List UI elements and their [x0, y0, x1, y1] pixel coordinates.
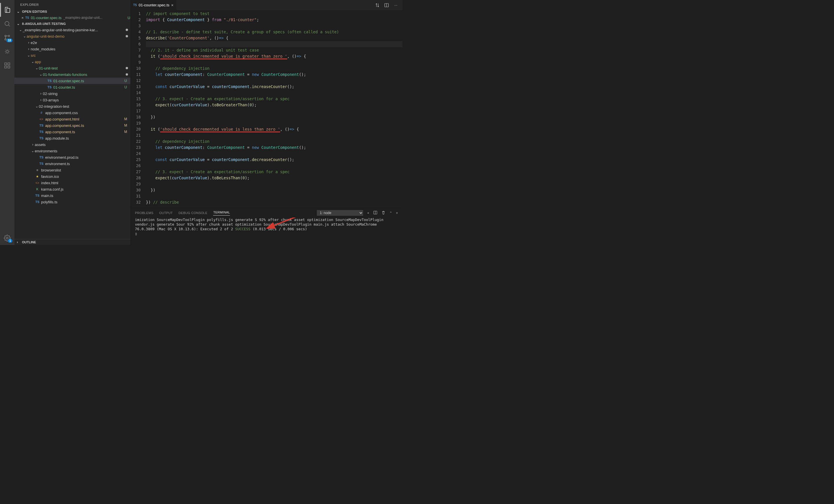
workspace-header[interactable]: ⌄ 8-ANGULAR-UNIT-TESTING	[15, 21, 130, 27]
file-item[interactable]: ★favicon.ico	[15, 173, 130, 180]
source-control-icon[interactable]: 18	[0, 31, 14, 45]
file-type-icon: #	[39, 111, 44, 114]
svg-point-2	[5, 39, 6, 40]
tab-problems[interactable]: PROBLEMS	[135, 211, 153, 215]
file-item[interactable]: TSapp.component.tsM	[15, 129, 130, 135]
chevron-down-icon: ⌄	[17, 9, 21, 14]
item-label: karma.conf.js	[41, 187, 128, 192]
svg-rect-7	[8, 66, 10, 68]
close-panel-icon[interactable]: ×	[396, 211, 398, 215]
new-terminal-icon[interactable]: +	[367, 211, 369, 215]
file-item[interactable]: #app.component.css	[15, 109, 130, 116]
file-type-icon: TS	[35, 200, 40, 204]
activity-bar: 18 1	[0, 0, 15, 245]
tab-output[interactable]: OUTPUT	[159, 211, 173, 215]
item-label: environment.prod.ts	[45, 155, 128, 160]
vcs-status: U	[123, 85, 128, 89]
split-terminal-icon[interactable]	[373, 211, 377, 215]
file-type-icon: TS	[47, 85, 52, 89]
dirty-dot-icon	[126, 35, 128, 37]
file-item[interactable]: ≡browserslist	[15, 167, 130, 173]
trash-icon[interactable]	[381, 211, 386, 215]
folder-item[interactable]: ⌄01-fundamentals-functions	[15, 71, 130, 78]
svg-point-9	[6, 237, 8, 239]
close-icon[interactable]: ×	[21, 16, 24, 20]
file-item[interactable]: <>app.component.htmlM	[15, 116, 130, 122]
file-item[interactable]: <>index.html	[15, 180, 130, 186]
folder-item[interactable]: ⌄_examples-angular-unit-testing-jasmine-…	[15, 27, 130, 33]
item-label: 02-string	[43, 91, 128, 96]
code-editor[interactable]: 1234567891011121314151617181920212223242…	[130, 10, 402, 208]
folder-item[interactable]: ⌄src	[15, 52, 130, 59]
item-label: app.component.css	[45, 111, 128, 115]
settings-gear-icon[interactable]: 1	[0, 231, 14, 245]
folder-item[interactable]: ⌄app	[15, 59, 130, 65]
file-item[interactable]: TSapp.module.ts	[15, 135, 130, 141]
file-item[interactable]: TSapp.component.spec.tsM	[15, 122, 130, 129]
tab-terminal[interactable]: TERMINAL	[213, 211, 230, 216]
open-editor-item[interactable]: × TS 01-counter.spec.ts _examples-angula…	[15, 15, 130, 21]
editor-tab[interactable]: TS 01-counter.spec.ts ×	[130, 0, 177, 10]
file-item[interactable]: TSenvironment.ts	[15, 160, 130, 167]
folder-item[interactable]: ›02-string	[15, 90, 130, 97]
folder-item[interactable]: ⌄02-integration-test	[15, 103, 130, 109]
more-icon[interactable]: ···	[393, 3, 398, 8]
item-label: environment.ts	[45, 162, 128, 166]
folder-item[interactable]: ›e2e	[15, 39, 130, 46]
split-editor-icon[interactable]	[384, 3, 389, 8]
chevron-down-icon: ⌄	[35, 104, 39, 108]
item-label: app.component.spec.ts	[45, 124, 123, 128]
folder-item[interactable]: ⌄environments	[15, 148, 130, 154]
code-content[interactable]: // import component to testimport { Coun…	[146, 10, 402, 208]
file-item[interactable]: TSenvironment.prod.ts	[15, 154, 130, 160]
close-icon[interactable]: ×	[171, 3, 173, 7]
open-editors-header[interactable]: ⌄ OPEN EDITORS	[15, 9, 130, 15]
file-item[interactable]: Kkarma.conf.js	[15, 186, 130, 192]
editor-area: TS 01-counter.spec.ts × ··· 123456789101…	[130, 0, 402, 245]
chevron-right-icon: ›	[31, 143, 35, 147]
file-tree: ⌄_examples-angular-unit-testing-jasmine-…	[15, 27, 130, 239]
file-item[interactable]: TSpolyfills.ts	[15, 199, 130, 205]
file-type-icon: TS	[39, 136, 44, 140]
terminal-text-2: (0.013 secs / 0.006 secs)	[250, 227, 307, 231]
file-type-icon: ★	[35, 175, 40, 178]
folder-item[interactable]: ›assets	[15, 141, 130, 148]
search-icon[interactable]	[0, 17, 14, 31]
item-label: environments	[35, 149, 128, 153]
chevron-down-icon: ⌄	[39, 72, 43, 76]
file-item[interactable]: TSmain.ts	[15, 192, 130, 199]
folder-item[interactable]: ⌄01-unit-test	[15, 65, 130, 71]
file-item[interactable]: TS01-counter.spec.tsU	[15, 78, 130, 84]
item-label: 01-counter.spec.ts	[53, 79, 123, 83]
file-type-icon: <>	[35, 181, 40, 184]
svg-rect-5	[5, 63, 7, 65]
item-label: 01-counter.ts	[53, 85, 123, 89]
debug-icon[interactable]	[0, 45, 14, 59]
item-label: polyfills.ts	[41, 200, 128, 204]
item-label: e2e	[31, 41, 128, 45]
terminal-selector[interactable]: 1: node	[317, 210, 363, 216]
file-item[interactable]: TS01-counter.tsU	[15, 84, 130, 90]
folder-item[interactable]: ›node_modules	[15, 46, 130, 52]
folder-item[interactable]: ›03-arrays	[15, 97, 130, 103]
folder-item[interactable]: ⌄angular-unit-test-demo	[15, 33, 130, 39]
file-type-icon: TS	[39, 156, 44, 159]
tab-debug-console[interactable]: DEBUG CONSOLE	[179, 211, 207, 215]
terminal-output[interactable]: imization SourceMapDevToolPlugin polyfil…	[130, 218, 402, 245]
item-label: node_modules	[31, 47, 128, 51]
item-label: _examples-angular-unit-testing-jasmine-k…	[23, 28, 125, 32]
item-label: main.ts	[41, 194, 128, 198]
compare-icon[interactable]	[375, 3, 380, 8]
file-type-icon: TS	[35, 194, 40, 197]
vcs-status: U	[123, 79, 128, 83]
dirty-dot-icon	[126, 73, 128, 75]
chevron-right-icon: ›	[39, 98, 43, 102]
open-editor-filename: 01-counter.spec.ts	[31, 16, 61, 20]
sidebar-title: EXPLORER	[15, 0, 130, 9]
extensions-icon[interactable]	[0, 59, 14, 72]
item-label: 01-fundamentals-functions	[43, 72, 125, 77]
chevron-up-icon[interactable]: ⌃	[390, 211, 392, 215]
outline-header[interactable]: › OUTLINE	[15, 239, 130, 245]
explorer-icon[interactable]	[0, 3, 14, 17]
item-label: src	[31, 53, 128, 58]
